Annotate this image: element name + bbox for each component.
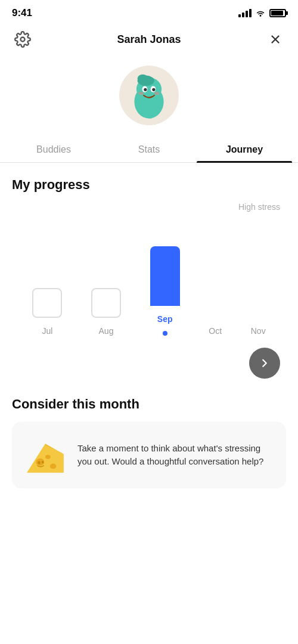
svg-point-9	[144, 88, 147, 91]
header-title: Sarah Jonas	[117, 33, 181, 46]
svg-point-11	[138, 92, 144, 95]
settings-button[interactable]	[12, 29, 33, 50]
chart-month-jul: Jul	[32, 240, 62, 336]
avatar	[119, 66, 179, 125]
tabs: Buddies Stats Journey	[0, 137, 298, 163]
progress-title: My progress	[12, 177, 286, 193]
month-label-aug: Aug	[99, 326, 114, 336]
month-label-jul: Jul	[42, 326, 52, 336]
card-image	[21, 431, 69, 479]
chart-month-sep[interactable]: Sep	[150, 228, 180, 336]
close-icon	[269, 33, 282, 46]
svg-point-12	[154, 92, 160, 95]
chevron-right-icon	[258, 357, 271, 370]
close-button[interactable]	[265, 29, 286, 50]
status-bar: 9:41	[0, 0, 298, 24]
bar-jul	[32, 288, 62, 318]
scroll-button[interactable]	[249, 348, 280, 379]
chart-month-oct: Oct	[209, 240, 222, 336]
month-label-sep: Sep	[157, 314, 173, 324]
bar-aug	[91, 288, 121, 318]
svg-point-17	[50, 464, 57, 469]
avatar-container	[0, 60, 298, 137]
avatar-character	[123, 69, 175, 122]
month-dot-sep	[163, 331, 167, 336]
consider-title: Consider this month	[12, 397, 286, 412]
month-label-nov: Nov	[251, 326, 266, 336]
tab-journey[interactable]: Journey	[197, 137, 292, 162]
status-time: 9:41	[12, 7, 32, 19]
consider-section: Consider this month	[12, 385, 286, 488]
tab-buddies[interactable]: Buddies	[6, 137, 101, 162]
status-icons	[238, 8, 286, 18]
svg-point-0	[21, 38, 25, 42]
chart-area: Jul Aug Sep Oct	[12, 216, 286, 336]
svg-point-20	[42, 461, 44, 463]
chart-month-aug: Aug	[91, 240, 121, 336]
circle-btn-area	[12, 336, 286, 385]
battery-icon	[269, 9, 286, 17]
wifi-icon	[255, 8, 266, 18]
svg-point-6	[138, 75, 148, 83]
consider-card[interactable]: Take a moment to think about what's stre…	[12, 422, 286, 488]
gear-icon	[14, 31, 31, 48]
card-text: Take a moment to think about what's stre…	[77, 442, 277, 469]
main-content: My progress High stress Jul Aug	[0, 163, 298, 488]
svg-marker-14	[27, 444, 63, 472]
tab-stats[interactable]: Stats	[101, 137, 197, 162]
month-label-oct: Oct	[209, 326, 222, 336]
signal-icon	[238, 9, 252, 17]
chart-container: High stress Jul Aug Sep	[6, 202, 292, 336]
bar-sep	[150, 246, 180, 306]
svg-point-19	[38, 461, 40, 464]
chart-month-nov: Nov	[251, 240, 266, 336]
cheese-icon	[24, 440, 66, 479]
chart-top-label: High stress	[12, 202, 286, 212]
header: Sarah Jonas	[0, 24, 298, 60]
svg-point-10	[152, 88, 155, 91]
svg-point-18	[45, 455, 51, 459]
